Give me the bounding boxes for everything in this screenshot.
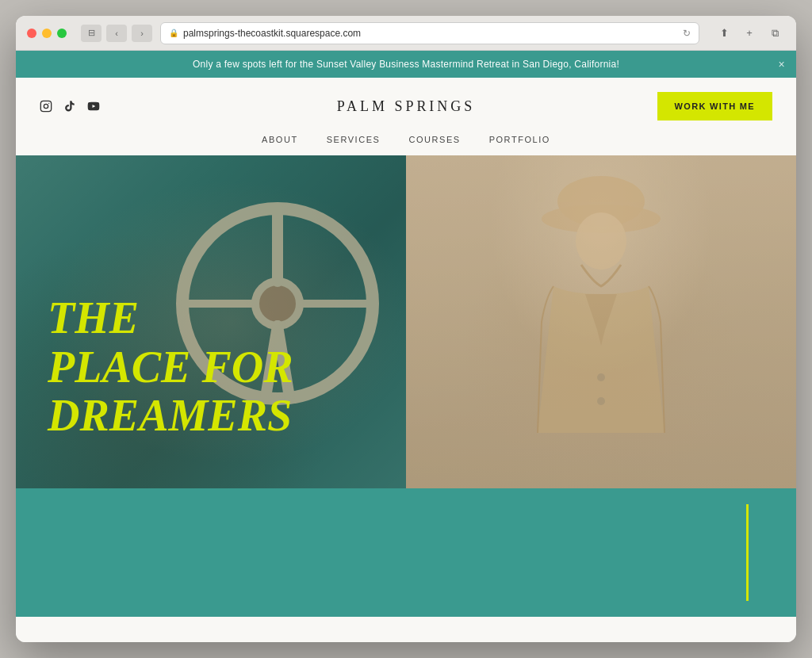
- site-header: PALM SPRINGS WORK WITH ME: [16, 78, 796, 135]
- share-button[interactable]: ⬆: [714, 25, 734, 42]
- traffic-lights: [27, 29, 67, 38]
- svg-point-1: [44, 104, 48, 108]
- site-title[interactable]: PALM SPRINGS: [337, 98, 475, 115]
- forward-button[interactable]: ›: [132, 25, 152, 42]
- duplicate-tab-button[interactable]: ⧉: [764, 25, 785, 42]
- teal-section: [16, 488, 796, 617]
- browser-controls: ⊟ ‹ ›: [81, 25, 152, 42]
- sidebar-toggle-button[interactable]: ⊟: [81, 25, 102, 42]
- svg-point-14: [597, 397, 605, 405]
- nav-item-services[interactable]: SERVICES: [327, 135, 381, 144]
- new-tab-button[interactable]: +: [739, 25, 760, 42]
- svg-point-13: [597, 373, 605, 381]
- close-window-button[interactable]: [27, 29, 36, 38]
- instagram-icon[interactable]: [40, 100, 52, 113]
- svg-rect-0: [40, 101, 51, 111]
- hero-right-panel: [406, 155, 796, 488]
- work-with-me-button[interactable]: WORK WITH ME: [657, 92, 772, 121]
- minimize-window-button[interactable]: [42, 29, 52, 38]
- browser-window: ⊟ ‹ › 🔒 palmsprings-thecoastkit.squaresp…: [16, 16, 796, 642]
- hero-heading-line3: DREAMERS: [48, 392, 293, 441]
- site-nav: ABOUT SERVICES COURSES PORTFOLIO: [16, 135, 796, 155]
- svg-point-2: [48, 103, 49, 104]
- refresh-icon[interactable]: ↻: [683, 28, 691, 39]
- tiktok-icon[interactable]: [63, 100, 76, 113]
- lock-icon: 🔒: [169, 29, 178, 37]
- youtube-icon[interactable]: [87, 100, 100, 113]
- fullscreen-window-button[interactable]: [57, 29, 67, 38]
- nav-item-about[interactable]: ABOUT: [262, 135, 298, 144]
- website-content: Only a few spots left for the Sunset Val…: [16, 51, 796, 642]
- hero-heading-line1: THE: [48, 294, 293, 343]
- nav-item-portfolio[interactable]: PORTFOLIO: [489, 135, 550, 144]
- announcement-text: Only a few spots left for the Sunset Val…: [193, 59, 619, 70]
- browser-action-buttons: ⬆ + ⧉: [714, 25, 785, 42]
- hero-text: THE PLACE FOR DREAMERS: [48, 294, 293, 441]
- nav-item-courses[interactable]: COURSES: [408, 135, 460, 144]
- hero-left-panel: THE PLACE FOR DREAMERS: [16, 155, 406, 488]
- address-bar[interactable]: 🔒 palmsprings-thecoastkit.squarespace.co…: [160, 22, 699, 44]
- browser-titlebar: ⊟ ‹ › 🔒 palmsprings-thecoastkit.squaresp…: [16, 16, 796, 51]
- back-button[interactable]: ‹: [106, 25, 127, 42]
- teal-side-area: [749, 488, 796, 617]
- teal-main-area: [16, 488, 746, 617]
- announcement-close-button[interactable]: ×: [779, 58, 785, 71]
- svg-point-12: [576, 212, 626, 270]
- hero-section: THE PLACE FOR DREAMERS: [16, 155, 796, 488]
- hero-heading-line2: PLACE FOR: [48, 343, 293, 392]
- announcement-bar: Only a few spots left for the Sunset Val…: [16, 51, 796, 78]
- url-text: palmsprings-thecoastkit.squarespace.com: [183, 28, 361, 39]
